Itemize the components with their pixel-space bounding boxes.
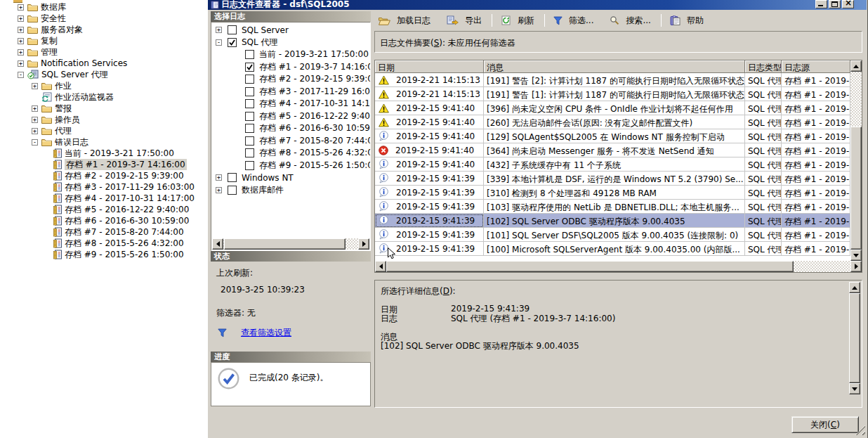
- checkbox[interactable]: [245, 136, 254, 146]
- log-row[interactable]: 2019-2-15 9:41:40[364] 尚未启动 Messenger 服务…: [375, 143, 850, 157]
- log-tree-item[interactable]: +Windows NT: [211, 172, 370, 184]
- log-tree-item[interactable]: +数据库邮件: [211, 184, 370, 197]
- checkbox[interactable]: [245, 124, 254, 133]
- column-header[interactable]: 日志源: [782, 60, 850, 73]
- log-tree-item[interactable]: -SQL 代理: [211, 37, 370, 49]
- expand-plus-icon[interactable]: +: [216, 27, 222, 33]
- scroll-left-button[interactable]: [375, 261, 386, 272]
- explorer-item[interactable]: 存档 #2 - 2019-2-15 9:39:00: [0, 170, 208, 181]
- toolbar-button-help[interactable]: 帮助: [668, 13, 706, 28]
- log-row[interactable]: 2019-2-15 9:41:40[432] 子系统缓存中有 11 个子系统SQ…: [375, 157, 850, 172]
- log-tree-item[interactable]: 存档 #8 - 2015-5-26 4:32:00: [211, 147, 370, 160]
- log-row[interactable]: 2019-2-15 9:41:40[129] SQLAgent$SQL2005 …: [375, 129, 850, 143]
- explorer-item[interactable]: +安全性: [0, 13, 208, 24]
- collapse-minus-icon[interactable]: -: [18, 72, 24, 78]
- expand-plus-icon[interactable]: +: [18, 60, 24, 67]
- explorer-item[interactable]: 存档 #5 - 2016-12-22 9:40:00: [0, 204, 208, 215]
- checkbox[interactable]: [245, 50, 254, 59]
- explorer-item[interactable]: +代理: [0, 125, 208, 136]
- scrollbar-track[interactable]: [386, 261, 850, 272]
- log-tree-item[interactable]: 存档 #1 - 2019-3-7 14:16:00: [211, 61, 370, 74]
- toolbar-button-open-folder[interactable]: 加载日志: [376, 13, 433, 28]
- explorer-item[interactable]: +警报: [0, 103, 208, 114]
- close-window-button[interactable]: ×: [842, 0, 854, 8]
- log-row[interactable]: 2019-2-15 9:41:39[310] 检测到 8 个处理器和 49128…: [375, 186, 850, 200]
- checkbox[interactable]: [228, 38, 237, 47]
- checkbox[interactable]: [245, 112, 254, 121]
- expand-plus-icon[interactable]: +: [216, 187, 222, 193]
- toolbar-button-export[interactable]: 导出: [445, 13, 484, 28]
- log-row[interactable]: 2019-2-15 9:41:39[103] 驱动程序使用的 NetLib 是 …: [375, 200, 850, 214]
- checkbox[interactable]: [245, 87, 254, 96]
- explorer-item[interactable]: 存档 #4 - 2017-10-31 14:17:00: [0, 193, 208, 204]
- explorer-item[interactable]: +复制: [0, 35, 208, 46]
- checkbox[interactable]: [245, 99, 254, 108]
- checkbox[interactable]: [245, 161, 254, 170]
- column-header[interactable]: 日志类型: [745, 60, 782, 73]
- expand-plus-icon[interactable]: +: [18, 38, 24, 44]
- explorer-item[interactable]: +操作员: [0, 114, 208, 125]
- expand-plus-icon[interactable]: +: [18, 15, 24, 22]
- expand-plus-icon[interactable]: +: [18, 4, 24, 11]
- explorer-item[interactable]: 存档 #8 - 2015-5-26 4:32:00: [0, 238, 208, 249]
- log-tree-item[interactable]: +SQL Server: [211, 24, 370, 37]
- collapse-minus-icon[interactable]: -: [32, 139, 38, 146]
- log-row[interactable]: 2019-2-15 9:41:39[339] 本地计算机是 DSF, 运行的是 …: [375, 172, 850, 186]
- explorer-item[interactable]: +服务器对象: [0, 24, 208, 35]
- column-header[interactable]: 消息: [484, 60, 745, 73]
- log-tree-item[interactable]: 存档 #7 - 2015-8-20 7:44:00: [211, 135, 370, 148]
- minimize-button[interactable]: [815, 0, 827, 8]
- log-tree-item[interactable]: 存档 #3 - 2017-11-29 16:03:00: [211, 86, 370, 98]
- log-tree-item[interactable]: 存档 #2 - 2019-2-15 9:39:00: [211, 73, 370, 86]
- scrollbar-thumb[interactable]: [849, 293, 860, 383]
- expand-plus-icon[interactable]: +: [32, 105, 38, 112]
- explorer-item[interactable]: -SQL Server 代理: [0, 69, 208, 80]
- scrollbar-track[interactable]: [850, 72, 862, 250]
- log-tree-item[interactable]: 存档 #5 - 2016-12-22 9:40:00: [211, 110, 370, 123]
- explorer-item[interactable]: 存档 #7 - 2015-8-20 7:44:00: [0, 226, 208, 238]
- log-row[interactable]: 2019-2-21 14:15:13[191] 警告 [2]: 计算计划 118…: [375, 73, 850, 87]
- checkbox[interactable]: [228, 186, 237, 195]
- scroll-down-button[interactable]: [850, 250, 862, 261]
- explorer-item[interactable]: +管理: [0, 46, 208, 58]
- explorer-item[interactable]: 当前 - 2019-3-21 17:50:00: [0, 148, 208, 159]
- explorer-item[interactable]: 存档 #6 - 2016-6-30 10:59:00: [0, 215, 208, 226]
- collapse-minus-icon[interactable]: -: [216, 39, 222, 46]
- toolbar-button-filter[interactable]: 筛选...: [551, 13, 596, 28]
- toolbar-button-search[interactable]: 搜索...: [607, 13, 652, 28]
- checkbox[interactable]: [245, 75, 254, 84]
- explorer-item[interactable]: -错误日志: [0, 136, 208, 148]
- explorer-item[interactable]: +作业: [0, 80, 208, 91]
- scrollbar-thumb[interactable]: [386, 261, 794, 272]
- maximize-button[interactable]: [829, 0, 841, 8]
- scroll-up-button[interactable]: [849, 282, 860, 293]
- log-row[interactable]: 2019-2-15 9:41:40[396] 尚未定义空闲 CPU 条件 - O…: [375, 101, 850, 115]
- column-header[interactable]: 日期: [375, 60, 484, 73]
- explorer-item[interactable]: +数据库: [0, 1, 208, 13]
- toolbar-button-refresh[interactable]: 刷新: [499, 13, 537, 28]
- expand-plus-icon[interactable]: +: [32, 117, 38, 123]
- view-filter-settings-link[interactable]: 查看筛选设置: [241, 327, 291, 339]
- checkbox[interactable]: [245, 148, 254, 157]
- scroll-down-button[interactable]: [849, 383, 860, 394]
- log-tree-item[interactable]: 存档 #9 - 2015-5-26 1:50:00: [211, 160, 370, 172]
- log-row[interactable]: 2019-2-15 9:41:40[260] 无法启动邮件会话(原因: 没有定义…: [375, 115, 850, 129]
- checkbox[interactable]: [245, 63, 254, 72]
- log-row[interactable]: 2019-2-15 9:41:39[102] SQL Server ODBC 驱…: [375, 214, 850, 228]
- tree-hscrollbar[interactable]: [212, 238, 369, 250]
- grid-vscrollbar[interactable]: [850, 60, 862, 261]
- expand-plus-icon[interactable]: +: [18, 27, 24, 33]
- expand-plus-icon[interactable]: +: [216, 174, 222, 181]
- scroll-right-button[interactable]: [358, 238, 369, 250]
- log-tree-item[interactable]: 存档 #6 - 2016-6-30 10:59:00: [211, 122, 370, 135]
- log-tree-item[interactable]: 当前 - 2019-3-21 17:50:00: [211, 49, 370, 61]
- expand-plus-icon[interactable]: +: [32, 83, 38, 89]
- log-row[interactable]: 2019-2-15 9:41:39[100] Microsoft SQLServ…: [375, 242, 850, 256]
- log-row[interactable]: 2019-2-21 14:15:13[191] 警告 [1]: 计算计划 118…: [375, 87, 850, 101]
- scroll-left-button[interactable]: [212, 238, 223, 250]
- details-vscrollbar[interactable]: [849, 282, 860, 394]
- explorer-item[interactable]: 存档 #3 - 2017-11-29 16:03:00: [0, 181, 208, 193]
- expand-plus-icon[interactable]: +: [32, 128, 38, 134]
- close-button[interactable]: 关闭(C): [791, 416, 859, 433]
- explorer-item[interactable]: 存档 #9 - 2015-5-26 1:50:00: [0, 249, 208, 260]
